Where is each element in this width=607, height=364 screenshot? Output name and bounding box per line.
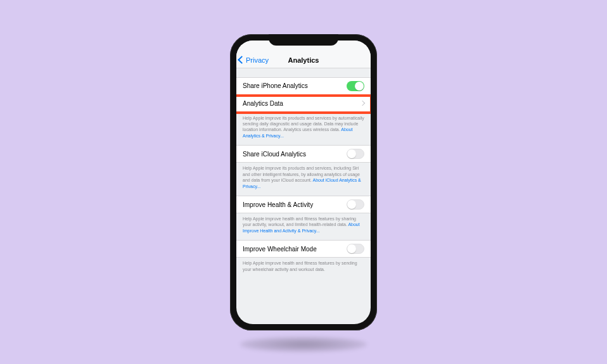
row-share-iphone-analytics[interactable]: Share iPhone Analytics [236, 77, 371, 95]
footer-iphone-analytics: Help Apple improve its products and serv… [236, 113, 371, 146]
toggle-share-icloud[interactable] [347, 149, 364, 159]
row-label: Analytics Data [243, 100, 283, 107]
chevron-right-icon [360, 101, 365, 106]
row-improve-wheelchair[interactable]: Improve Wheelchair Mode [236, 240, 371, 258]
toggle-improve-wheelchair[interactable] [347, 244, 364, 254]
phone-shadow [240, 337, 367, 352]
phone-screen: Privacy Analytics Share iPhone Analytics… [236, 41, 371, 324]
footer-wheelchair: Help Apple improve health and fitness fe… [236, 258, 371, 279]
phone-notch [269, 34, 338, 46]
row-share-icloud-analytics[interactable]: Share iCloud Analytics [236, 145, 371, 163]
row-label: Improve Wheelchair Mode [243, 246, 317, 253]
row-label: Improve Health & Activity [243, 201, 313, 208]
row-improve-health[interactable]: Improve Health & Activity [236, 196, 371, 213]
toggle-share-iphone[interactable] [347, 81, 364, 91]
row-analytics-data[interactable]: Analytics Data [236, 95, 371, 113]
footer-health: Help Apple improve health and fitness fe… [236, 213, 371, 240]
page-title: Analytics [236, 56, 371, 64]
footer-icloud-analytics: Help Apple improve its products and serv… [236, 163, 371, 196]
row-label: Share iPhone Analytics [243, 82, 308, 89]
toggle-improve-health[interactable] [347, 199, 364, 210]
row-label: Share iCloud Analytics [243, 151, 306, 158]
phone-frame: Privacy Analytics Share iPhone Analytics… [230, 34, 377, 330]
settings-content: Share iPhone Analytics Analytics Data He… [236, 68, 371, 279]
